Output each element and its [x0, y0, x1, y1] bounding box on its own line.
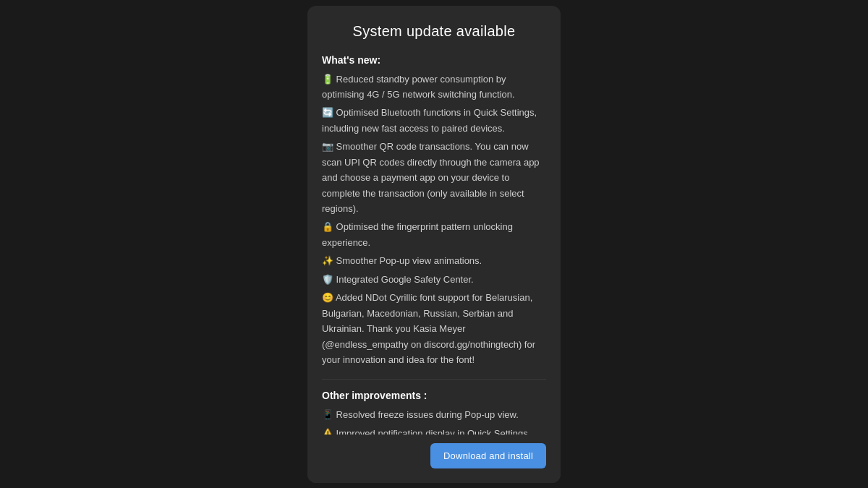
modal-title: System update available [322, 23, 546, 40]
other-improvements-header: Other improvements : [322, 390, 546, 401]
improvement-item-1: 📱 Resolved freeze issues during Pop-up v… [322, 407, 546, 422]
other-improvements-body: 📱 Resolved freeze issues during Pop-up v… [322, 407, 546, 434]
download-install-button[interactable]: Download and install [430, 443, 546, 468]
modal-footer: Download and install [307, 435, 561, 483]
whats-new-header: What's new: [322, 54, 546, 66]
whats-new-item-5: ✨ Smoother Pop-up view animations. [322, 253, 546, 268]
whats-new-item-4: 🔒 Optimised the fingerprint pattern unlo… [322, 219, 546, 250]
whats-new-item-3: 📷 Smoother QR code transactions. You can… [322, 139, 546, 216]
improvement-item-2: ⚠️ Improved notification display in Quic… [322, 426, 546, 435]
whats-new-item-2: 🔄 Optimised Bluetooth functions in Quick… [322, 105, 546, 136]
section-divider [322, 379, 546, 380]
system-update-modal: System update available What's new: 🔋 Re… [307, 6, 561, 483]
whats-new-body: 🔋 Reduced standby power consumption by o… [322, 72, 546, 368]
whats-new-item-6: 🛡️ Integrated Google Safety Center. [322, 272, 546, 287]
whats-new-item-7: 😊 Added NDot Cyrillic font support for B… [322, 290, 546, 367]
modal-content: System update available What's new: 🔋 Re… [307, 6, 561, 435]
whats-new-item-1: 🔋 Reduced standby power consumption by o… [322, 72, 546, 103]
